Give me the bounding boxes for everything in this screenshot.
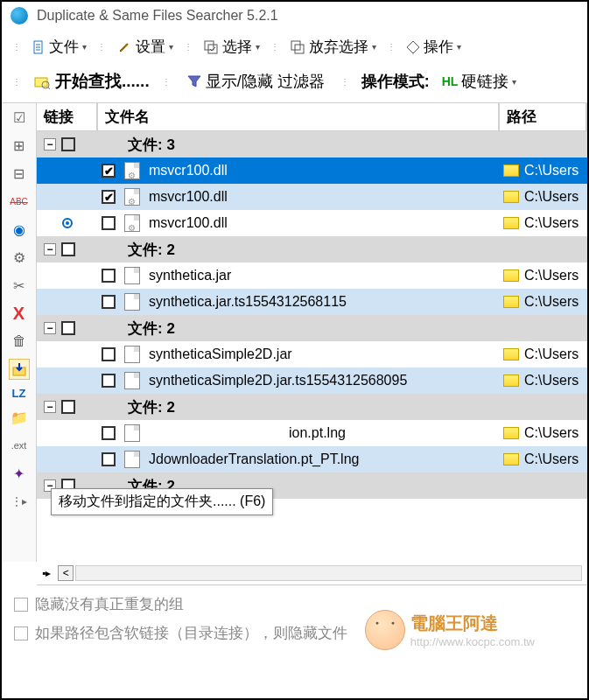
start-search-label: 开始查找...... — [55, 70, 150, 93]
table-header: 链接 文件名 路径 — [37, 103, 587, 131]
collapse-icon[interactable]: − — [44, 322, 56, 334]
chevron-down-icon: ▾ — [256, 42, 260, 52]
hide-nonduplicate-option[interactable]: 隐藏没有真正重复的组 — [14, 594, 575, 614]
collapse-icon[interactable]: − — [44, 243, 56, 256]
menu-settings[interactable]: 设置 ▾ — [113, 35, 177, 59]
table-row[interactable]: syntheticaSimple2D.jarC:\Users — [37, 341, 587, 368]
table-row[interactable]: msvcr100.dllC:\Users — [37, 210, 587, 236]
separator-dot: ⋮ — [184, 42, 193, 52]
app-icon — [11, 7, 28, 24]
wizard-icon[interactable]: ✦ — [9, 463, 30, 484]
path-text: C:\Users — [524, 425, 578, 441]
path-cell: C:\Users — [500, 346, 587, 362]
folder-icon — [503, 348, 519, 360]
row-checkbox[interactable] — [102, 426, 116, 440]
folder-icon — [503, 296, 519, 308]
filename-cell: syntheticaSimple2D.jar.ts1554312568095 — [98, 372, 500, 389]
row-checkbox[interactable] — [102, 164, 116, 178]
table-row[interactable]: ion.pt.lngC:\Users — [37, 420, 587, 446]
group-checkbox[interactable] — [61, 242, 75, 256]
collapse-icon[interactable]: − — [44, 401, 56, 413]
link-cell — [37, 218, 98, 228]
horizontal-scrollbar[interactable] — [75, 565, 582, 581]
option-label: 隐藏没有真正重复的组 — [35, 594, 184, 614]
filename-cell: synthetica.jar.ts1554312568115 — [98, 293, 500, 311]
menu-select[interactable]: 选择 ▾ — [200, 35, 263, 59]
col-path[interactable]: 路径 — [500, 103, 587, 130]
overflow-indicator[interactable]: ▪▸ — [42, 567, 51, 579]
scroll-row: ▪▸ < — [37, 562, 587, 585]
collapse-groups-icon[interactable]: ⊟ — [9, 163, 30, 184]
path-cell: C:\Users — [500, 294, 587, 310]
table-row[interactable]: synthetica.jarC:\Users — [37, 262, 587, 289]
folder-plus-icon[interactable]: 📁 — [9, 407, 30, 428]
row-checkbox[interactable] — [102, 190, 116, 204]
ext-label[interactable]: .ext — [9, 435, 30, 456]
separator-dot: ⋮ — [12, 77, 21, 87]
collapse-icon[interactable]: − — [44, 138, 56, 150]
separator-dot: ⋮ — [340, 77, 349, 87]
folder-icon — [503, 374, 519, 387]
group-header[interactable]: −文件: 2 — [37, 394, 587, 420]
move-to-folder-icon[interactable] — [9, 359, 30, 380]
path-text: C:\Users — [524, 373, 578, 388]
row-checkbox[interactable] — [102, 452, 116, 466]
separator-dot: ⋮ — [162, 77, 171, 87]
filter-toggle[interactable]: 显示/隐藏 过滤器 — [183, 69, 328, 94]
hide-softlink-option[interactable]: 如果路径包含软链接（目录连接），则隐藏文件 — [14, 623, 575, 643]
group-header[interactable]: −文件: 2 — [37, 315, 587, 341]
row-checkbox[interactable] — [102, 347, 116, 361]
row-checkbox[interactable] — [102, 295, 116, 309]
menu-file[interactable]: 文件 ▾ — [28, 35, 90, 59]
left-toolbar: ☑ ⊞ ⊟ ABC ◉ ⚙ ✂ X 🗑 LZ 📁 .ext ✦ ⋮▸ — [2, 103, 37, 562]
menu-operate[interactable]: 操作 ▾ — [403, 35, 465, 59]
file-icon — [124, 293, 140, 311]
file-icon — [124, 424, 140, 442]
delete-icon[interactable]: X — [9, 303, 30, 324]
more-icon[interactable]: ⋮▸ — [9, 491, 30, 512]
filename-cell: synthetica.jar — [98, 267, 500, 284]
table-row[interactable]: msvcr100.dllC:\Users — [37, 184, 587, 210]
group-header[interactable]: −文件: 2 — [37, 236, 587, 262]
group-checkbox[interactable] — [61, 321, 75, 335]
scroll-left-button[interactable]: < — [58, 565, 74, 581]
table-row[interactable]: synthetica.jar.ts1554312568115C:\Users — [37, 289, 587, 315]
select-all-icon[interactable]: ☑ — [9, 107, 30, 128]
hl-badge: HL — [442, 74, 459, 88]
table-row[interactable]: syntheticaSimple2D.jar.ts1554312568095C:… — [37, 368, 587, 394]
mode-selector[interactable]: HL 硬链接 ▾ — [438, 69, 521, 94]
checkbox[interactable] — [14, 626, 28, 640]
link-target-icon[interactable]: ◉ — [9, 219, 30, 240]
path-cell: C:\Users — [500, 215, 587, 231]
checkbox[interactable] — [14, 598, 28, 612]
row-checkbox[interactable] — [102, 269, 116, 283]
path-cell: C:\Users — [500, 452, 587, 467]
table-row[interactable]: JdownloaderTranslation.pt_PT.lngC:\Users — [37, 446, 587, 472]
menu-toolbar: ⋮ 文件 ▾ ⋮ 设置 ▾ ⋮ 选择 ▾ ⋮ 放弃选择 ▾ ⋮ 操作 ▾ — [2, 30, 587, 64]
group-label: 文件: 2 — [128, 240, 175, 260]
start-search-button[interactable]: 开始查找...... — [33, 70, 150, 93]
path-text: C:\Users — [524, 452, 578, 467]
recycle-icon[interactable]: 🗑 — [9, 331, 30, 352]
group-checkbox[interactable] — [61, 400, 75, 414]
lz-label[interactable]: LZ — [12, 387, 26, 400]
col-filename[interactable]: 文件名 — [98, 103, 500, 130]
path-text: C:\Users — [524, 346, 578, 362]
expand-groups-icon[interactable]: ⊞ — [9, 135, 30, 156]
dll-file-icon — [124, 162, 140, 179]
svg-rect-7 — [295, 45, 304, 53]
row-checkbox[interactable] — [102, 374, 116, 388]
row-checkbox[interactable] — [102, 216, 116, 230]
gear-grid-icon[interactable]: ⚙ — [9, 247, 30, 268]
group-checkbox[interactable] — [61, 137, 75, 151]
abc-icon[interactable]: ABC — [9, 191, 30, 212]
menu-deselect[interactable]: 放弃选择 ▾ — [286, 35, 380, 59]
filename-text: syntheticaSimple2D.jar.ts1554312568095 — [149, 373, 407, 388]
table-row[interactable]: msvcr100.dllC:\Users — [37, 158, 587, 184]
document-icon — [32, 40, 46, 54]
scissors-icon[interactable]: ✂ — [9, 275, 30, 296]
col-link[interactable]: 链接 — [37, 103, 98, 130]
separator-dot: ⋮ — [387, 42, 396, 52]
group-header[interactable]: −文件: 3 — [37, 131, 587, 158]
bottom-options: 隐藏没有真正重复的组 如果路径包含软链接（目录连接），则隐藏文件 — [2, 585, 587, 661]
